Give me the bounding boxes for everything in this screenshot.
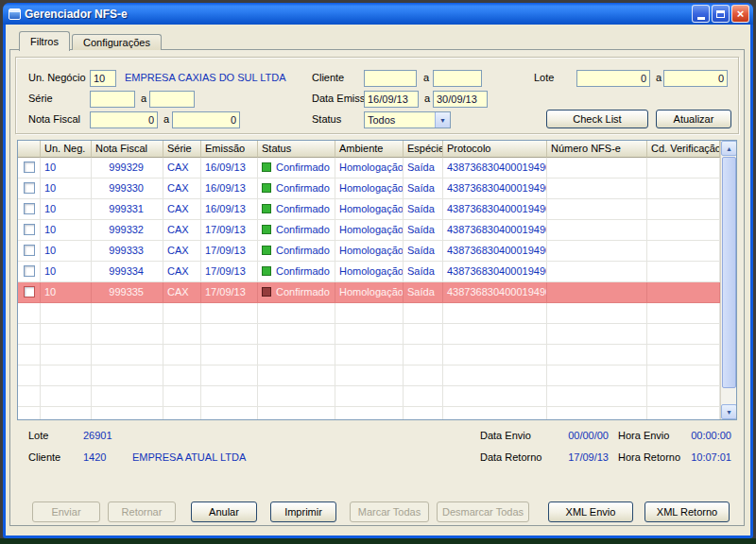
cell-nota-fiscal <box>92 303 163 324</box>
cell-protocolo: 4387368304000194909 <box>443 158 547 178</box>
empty-row <box>18 324 720 345</box>
cell-serie: CAX <box>163 241 201 262</box>
row-checkbox[interactable] <box>24 182 35 194</box>
table-row[interactable]: 10999332CAX17/09/13ConfirmadoHomologação… <box>18 220 720 241</box>
column-header[interactable]: Série <box>163 141 201 158</box>
lote-from-input[interactable] <box>576 70 650 87</box>
cell-especie: Saída <box>404 241 443 262</box>
cell-un-neg: 10 <box>41 178 92 199</box>
data-emissao-from-input[interactable] <box>364 91 419 108</box>
titlebar[interactable]: Gerenciador NFS-e × <box>3 3 753 25</box>
close-button[interactable]: × <box>731 5 749 23</box>
scroll-down-icon[interactable]: ▼ <box>721 404 737 419</box>
data-emissao-to-input[interactable] <box>433 91 488 108</box>
cell-un-neg: 10 <box>41 282 92 303</box>
lote-to-input[interactable] <box>663 70 728 87</box>
cell-check <box>18 345 41 366</box>
table-row[interactable]: 10999334CAX17/09/13ConfirmadoHomologação… <box>18 262 720 282</box>
cell-check <box>18 407 41 420</box>
column-header[interactable]: Status <box>258 141 335 158</box>
column-header[interactable]: Espécie <box>404 141 443 158</box>
column-header[interactable] <box>18 141 41 158</box>
row-checkbox[interactable] <box>24 245 35 256</box>
row-checkbox[interactable] <box>24 162 35 173</box>
status-confirmed-icon <box>262 266 271 276</box>
cell-protocolo: 4387368304000194909 <box>443 241 547 262</box>
cell-nota-fiscal: 999329 <box>92 158 163 178</box>
action-marcar-todas: Marcar Todas <box>350 502 429 522</box>
data-emissao-range-separator: a <box>424 93 430 104</box>
cell-protocolo <box>443 303 547 324</box>
tab-filtros[interactable]: Filtros <box>19 31 70 51</box>
cell-protocolo: 4387368304000194909 <box>443 262 547 282</box>
minimize-button[interactable] <box>692 5 710 23</box>
cell-numero-nfse <box>547 262 647 282</box>
tab-configuracoes[interactable]: Configurações <box>72 34 162 50</box>
row-checkbox[interactable] <box>24 265 35 277</box>
column-header[interactable]: Emissão <box>201 141 258 158</box>
cell-nota-fiscal: 999334 <box>92 262 163 282</box>
column-header[interactable]: Cd. Verificação <box>647 141 720 158</box>
cell-serie: CAX <box>163 199 201 220</box>
table-row[interactable]: 10999329CAX16/09/13ConfirmadoHomologação… <box>18 158 720 178</box>
cell-cd-verificacao <box>647 366 720 386</box>
serie-from-input[interactable] <box>90 91 135 108</box>
cell-serie <box>163 324 201 345</box>
column-header[interactable]: Número NFS-e <box>547 141 647 158</box>
nota-fiscal-from-input[interactable] <box>90 111 158 128</box>
cell-ambiente: Homologação <box>335 199 404 220</box>
column-header[interactable]: Protocolo <box>443 141 547 158</box>
nota-fiscal-label: Nota Fiscal <box>28 113 80 125</box>
cell-cd-verificacao <box>647 407 720 420</box>
cell-status <box>258 324 335 345</box>
cell-cd-verificacao <box>647 324 720 345</box>
cell-un-neg <box>41 345 92 366</box>
cell-emissao: 16/09/13 <box>201 199 258 220</box>
cell-numero-nfse <box>547 324 647 345</box>
column-header[interactable]: Ambiente <box>335 141 404 158</box>
row-checkbox[interactable] <box>24 224 35 235</box>
footer-hora-envio-label: Hora Envio <box>618 430 669 441</box>
action-imprimir[interactable]: Imprimir <box>270 502 336 522</box>
un-negocio-input[interactable] <box>90 70 116 87</box>
row-checkbox[interactable] <box>24 286 35 298</box>
footer-data-envio-value: 00/00/00 <box>535 430 609 441</box>
table-row[interactable]: 10999330CAX16/09/13ConfirmadoHomologação… <box>18 178 720 199</box>
status-confirmed-icon <box>262 183 271 193</box>
cell-check <box>18 241 41 262</box>
vertical-scrollbar[interactable]: ▲ ▼ <box>720 141 736 419</box>
empty-row <box>18 386 720 407</box>
check-list-button[interactable]: Check List <box>546 110 648 128</box>
table-row[interactable]: 10999333CAX17/09/13ConfirmadoHomologação… <box>18 241 720 262</box>
column-header[interactable]: Nota Fiscal <box>92 141 163 158</box>
cell-numero-nfse <box>547 220 647 241</box>
maximize-button[interactable] <box>712 5 730 23</box>
cell-especie <box>404 324 443 345</box>
cell-protocolo <box>443 366 547 386</box>
row-checkbox[interactable] <box>24 203 35 214</box>
column-header[interactable]: Un. Neg. <box>41 141 92 158</box>
maximize-icon <box>716 10 725 18</box>
scrollbar-thumb[interactable] <box>722 157 736 388</box>
cell-status: Confirmado <box>258 178 335 199</box>
chevron-down-icon[interactable]: ▼ <box>435 112 450 128</box>
cliente-from-input[interactable] <box>364 70 417 87</box>
cell-numero-nfse <box>547 303 647 324</box>
action-xml-retorno[interactable]: XML Retorno <box>644 502 730 522</box>
cell-ambiente: Homologação <box>335 282 404 303</box>
table-row[interactable]: 10999331CAX16/09/13ConfirmadoHomologação… <box>18 199 720 220</box>
action-xml-envio[interactable]: XML Envio <box>548 502 633 522</box>
serie-to-input[interactable] <box>149 91 195 108</box>
atualizar-button[interactable]: Atualizar <box>656 110 731 128</box>
scroll-up-icon[interactable]: ▲ <box>721 141 737 156</box>
table-row[interactable]: 10999335CAX17/09/13ConfirmadoHomologação… <box>18 282 720 303</box>
cliente-to-input[interactable] <box>433 70 482 87</box>
lote-label: Lote <box>534 72 554 83</box>
cell-serie: CAX <box>163 178 201 199</box>
cell-cd-verificacao <box>647 178 720 199</box>
action-anular[interactable]: Anular <box>191 502 257 522</box>
client-area: Filtros Configurações Un. Negócio EMPRES… <box>6 25 750 536</box>
cell-ambiente <box>335 324 404 345</box>
status-select[interactable]: Todos ▼ <box>364 111 451 128</box>
nota-fiscal-to-input[interactable] <box>172 111 240 128</box>
